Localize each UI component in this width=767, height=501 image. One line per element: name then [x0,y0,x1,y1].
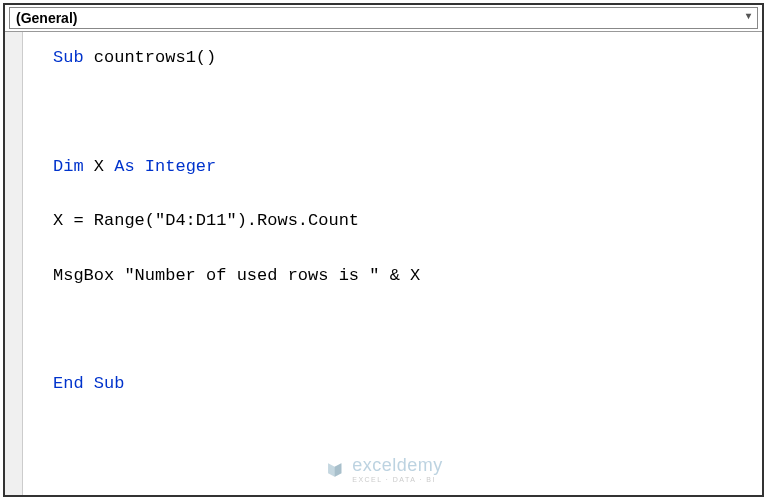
code-text: X [84,157,115,176]
vba-editor-window: (General) Sub countrows1() Dim X As Inte… [3,3,764,497]
editor-container: Sub countrows1() Dim X As Integer X = Ra… [5,32,762,495]
code-line: X = Range("D4:D11").Rows.Count [53,207,752,234]
keyword-dim: Dim [53,157,84,176]
code-line: Sub countrows1() [53,44,752,71]
code-blank-line [53,316,752,343]
code-editor[interactable]: Sub countrows1() Dim X As Integer X = Ra… [23,32,762,495]
dropdown-bar: (General) [5,5,762,32]
code-blank-line [53,98,752,125]
keyword-end-sub: End Sub [53,370,752,397]
editor-gutter [5,32,23,495]
keyword-as-integer: As Integer [114,157,216,176]
object-dropdown[interactable]: (General) [9,7,758,29]
object-dropdown-label: (General) [16,10,77,26]
code-line: Dim X As Integer [53,153,752,180]
code-line: MsgBox "Number of used rows is " & X [53,262,752,289]
keyword-sub: Sub [53,48,84,67]
code-text: countrows1() [84,48,217,67]
